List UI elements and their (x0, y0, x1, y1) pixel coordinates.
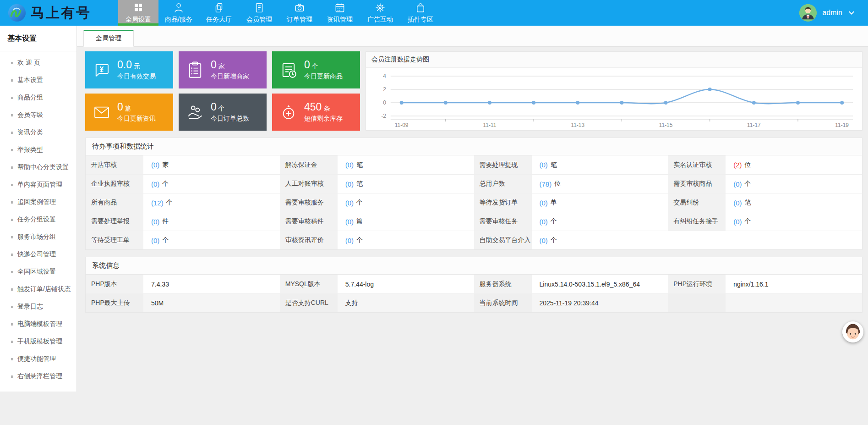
todo-count-link[interactable]: (0) (345, 237, 354, 244)
bullet-icon (11, 254, 13, 256)
tab-global-management[interactable]: 全局管理 (83, 30, 134, 47)
todo-unit: 个 (745, 217, 751, 226)
sidebar-item-6[interactable]: 帮助中心分类设置 (0, 159, 76, 176)
sidebar-item-1[interactable]: 基本设置 (0, 72, 76, 89)
todo-count-link[interactable]: (0) (540, 199, 548, 207)
sysinfo-label: PHP运行环境 (668, 275, 726, 293)
sidebar-item-14[interactable]: 登录日志 (0, 298, 76, 315)
todo-count-link[interactable]: (0) (151, 218, 159, 226)
main-nav: 全局设置商品/服务任务大厅会员管理订单管理资讯管理广告互动插件专区 (118, 0, 441, 26)
sidebar-item-9[interactable]: 任务分组设置 (0, 211, 76, 228)
sidebar-item-label: 资讯分类 (17, 128, 43, 137)
todo-unit: 笔 (356, 161, 363, 169)
todo-count-link[interactable]: (0) (733, 218, 742, 226)
sysinfo-value: Linux5.14.0-503.15.1.el9_5.x86_64 (532, 275, 668, 293)
card-label: 今日更新资讯 (117, 115, 156, 123)
stat-card-4: 0个今日订单总数 (179, 94, 267, 131)
sidebar-item-4[interactable]: 资讯分类 (0, 124, 76, 141)
nav-item-4[interactable]: 订单管理 (279, 0, 320, 26)
svg-text:11-11: 11-11 (483, 122, 497, 128)
todo-label: 人工对账审核 (280, 174, 338, 193)
todo-label: 需要处理举报 (86, 212, 143, 231)
todo-unit: 个 (745, 180, 751, 188)
registration-trend-chart: 420-211-0911-1111-1311-1511-1711-19 (366, 68, 862, 129)
chart-title: 会员注册数据走势图 (366, 52, 862, 68)
todo-unit: 单 (551, 199, 557, 207)
todo-count-link[interactable]: (0) (345, 161, 354, 169)
sidebar-item-label: 基本设置 (17, 76, 43, 84)
todo-value: (0)家 (143, 155, 280, 174)
card-value: 0个 (211, 101, 249, 112)
nav-item-label: 全局设置 (126, 16, 151, 24)
todo-count-link[interactable]: (0) (733, 199, 742, 207)
todo-count-link[interactable]: (0) (345, 218, 354, 226)
calendar-icon (334, 2, 346, 14)
sidebar-item-13[interactable]: 触发订单/店铺状态 (0, 281, 76, 298)
todo-value: (0)单 (532, 193, 668, 212)
sidebar-item-15[interactable]: 电脑端模板管理 (0, 315, 76, 333)
todo-count-link[interactable]: (0) (345, 199, 354, 207)
sidebar-item-7[interactable]: 单内容页面管理 (0, 176, 76, 193)
todo-count-link[interactable]: (78) (540, 180, 552, 188)
todo-value: (0)个 (338, 231, 474, 249)
nav-item-label: 广告互动 (367, 16, 393, 24)
nav-item-3[interactable]: 会员管理 (239, 0, 279, 26)
todo-count-link[interactable]: (0) (540, 237, 548, 244)
sysinfo-panel-title: 系统信息 (86, 257, 862, 275)
todo-count-link[interactable]: (0) (733, 180, 742, 188)
stat-cards: 0.0元今日有效交易0家今日新增商家0个今日更新商品0篇今日更新资讯0个今日订单… (85, 51, 360, 131)
todo-count-link[interactable]: (12) (151, 199, 164, 207)
sidebar-item-3[interactable]: 会员等级 (0, 106, 76, 124)
card-text: 0个今日订单总数 (211, 101, 249, 123)
todo-count-link[interactable]: (0) (151, 237, 159, 244)
copy-icon (213, 2, 225, 14)
bullet-icon (11, 149, 13, 151)
sidebar-item-label: 任务分组设置 (17, 215, 56, 224)
sysinfo-label: PHP版本 (86, 275, 143, 293)
sidebar-item-12[interactable]: 全国区域设置 (0, 263, 76, 281)
todo-count-link[interactable]: (0) (540, 161, 548, 169)
todo-unit: 个 (551, 217, 557, 226)
sidebar-item-8[interactable]: 追回案例管理 (0, 193, 76, 211)
card-label: 短信剩余库存 (304, 115, 343, 123)
nav-item-label: 资讯管理 (327, 16, 353, 24)
sidebar-item-11[interactable]: 快递公司管理 (0, 246, 76, 263)
todo-count-link[interactable]: (0) (540, 218, 548, 226)
logo-swirl-icon (7, 3, 27, 22)
card-value: 450条 (304, 101, 343, 112)
user-menu[interactable]: admin (799, 0, 868, 26)
todo-label: 需要审核商品 (668, 174, 726, 193)
card-unit: 个 (218, 105, 225, 112)
sidebar-item-17[interactable]: 便捷功能管理 (0, 350, 76, 368)
todo-count-link[interactable]: (0) (151, 161, 159, 169)
sysinfo-value: 50M (143, 293, 280, 312)
todo-value: (0)笔 (338, 155, 474, 174)
gear-icon (374, 2, 386, 14)
nav-item-label: 任务大厅 (206, 16, 232, 24)
card-text: 0个今日更新商品 (304, 59, 343, 81)
todo-count-link[interactable]: (2) (733, 161, 742, 169)
card-number: 450 (304, 101, 322, 113)
bullet-icon (11, 114, 13, 116)
todo-value: (78)位 (532, 174, 668, 193)
customer-service-button[interactable] (842, 321, 863, 342)
sidebar-item-0[interactable]: 欢 迎 页 (0, 54, 76, 72)
todo-count-link[interactable]: (0) (345, 180, 354, 188)
sysinfo-value: 7.4.33 (143, 275, 280, 293)
nav-item-0[interactable]: 全局设置 (118, 0, 158, 26)
sidebar-item-16[interactable]: 手机版模板管理 (0, 333, 76, 350)
todo-count-link[interactable]: (0) (151, 180, 159, 188)
nav-item-1[interactable]: 商品/服务 (158, 0, 199, 26)
sidebar-item-10[interactable]: 服务市场分组 (0, 228, 76, 246)
todo-unit: 笔 (356, 180, 363, 188)
sidebar-item-2[interactable]: 商品分组 (0, 89, 76, 106)
app-logo[interactable]: 马上有号 (0, 0, 118, 26)
nav-item-5[interactable]: 资讯管理 (320, 0, 360, 26)
todo-panel-title: 待办事项和数据统计 (86, 138, 862, 155)
nav-item-7[interactable]: 插件专区 (400, 0, 441, 26)
nav-item-6[interactable]: 广告互动 (360, 0, 400, 26)
sidebar-item-5[interactable]: 举报类型 (0, 141, 76, 159)
nav-item-2[interactable]: 任务大厅 (199, 0, 239, 26)
bullet-icon (11, 184, 13, 186)
sidebar-item-18[interactable]: 右侧悬浮栏管理 (0, 368, 76, 385)
